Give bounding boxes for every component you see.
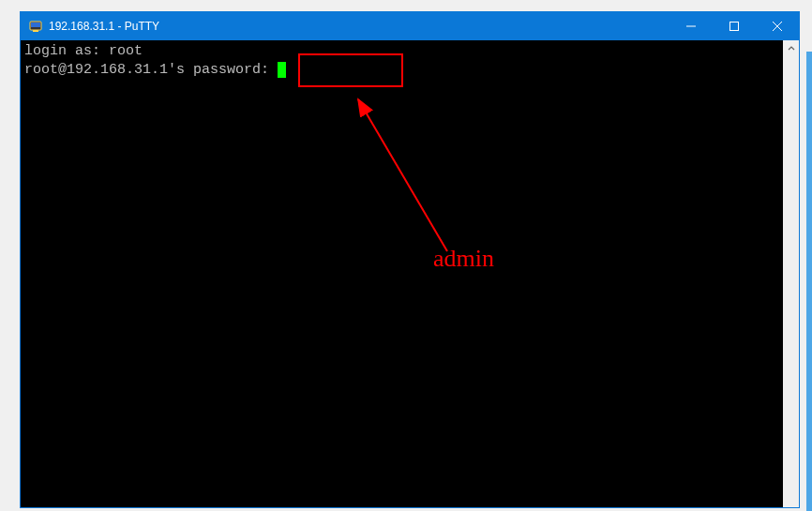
terminal-line-text: root@192.168.31.1's password: — [24, 62, 278, 78]
minimize-button[interactable] — [669, 12, 713, 40]
terminal-cursor — [278, 62, 286, 78]
svg-rect-1 — [31, 23, 40, 27]
putty-icon — [28, 19, 43, 34]
window-titlebar[interactable]: 192.168.31.1 - PuTTY — [21, 12, 799, 40]
vertical-scrollbar[interactable] — [783, 40, 799, 507]
terminal-line: root@192.168.31.1's password: — [24, 61, 779, 80]
window-controls — [669, 12, 799, 40]
page-accent-edge — [806, 52, 812, 511]
scroll-up-icon[interactable] — [783, 40, 799, 56]
maximize-button[interactable] — [713, 12, 756, 40]
close-button[interactable] — [756, 12, 799, 40]
terminal-line: login as: root — [24, 42, 779, 61]
svg-rect-2 — [33, 30, 38, 32]
terminal-output[interactable]: login as: rootroot@192.168.31.1's passwo… — [21, 40, 783, 507]
window-title: 192.168.31.1 - PuTTY — [49, 20, 159, 33]
terminal-area: login as: rootroot@192.168.31.1's passwo… — [21, 40, 799, 507]
putty-window: 192.168.31.1 - PuTTY login as: rootroot@… — [20, 11, 800, 508]
svg-rect-4 — [730, 23, 739, 31]
